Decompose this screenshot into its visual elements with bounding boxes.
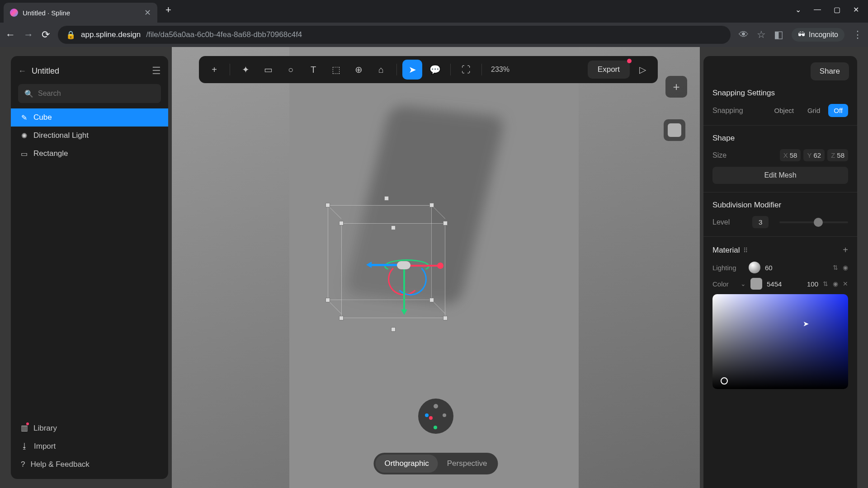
play-button[interactable]: ▷ [632,60,652,80]
level-label: Level [712,218,744,226]
forward-icon[interactable]: → [24,29,33,41]
rectangle-tool-button[interactable]: ▭ [258,60,278,80]
selected-cube[interactable] [328,201,459,332]
visibility-icon[interactable]: ◉ [833,280,838,287]
color-picker[interactable]: ➤ [712,294,848,389]
back-button[interactable]: ← [18,66,26,76]
hamburger-icon[interactable]: ☰ [152,65,161,77]
edit-mesh-button[interactable]: Edit Mesh [712,167,848,184]
snap-grid-button[interactable]: Grid [802,104,826,117]
view-mode-toggle: Orthographic Perspective [373,453,498,474]
export-button[interactable]: Export [588,61,630,79]
pen-icon: ✎ [20,113,28,122]
material-options-icon[interactable]: ⠿ [743,247,748,254]
add-panel-button[interactable]: + [665,76,687,98]
viewport-3d[interactable]: Orthographic Perspective [172,47,700,488]
layer-item-cube[interactable]: ✎ Cube [11,108,168,127]
outliner-panel: ← Untitled ☰ 🔍 ✎ Cube ✺ Directional Ligh… [11,56,168,479]
layer-item-directional-light[interactable]: ✺ Directional Light [11,127,168,145]
url-domain: app.spline.design [81,30,141,39]
material-preview-chip[interactable] [664,119,685,141]
layer-label: Rectangle [33,149,68,158]
lighting-swatch[interactable] [749,262,760,273]
transform-gizmo[interactable] [371,250,439,318]
import-icon: ⭳ [21,442,28,451]
import-button[interactable]: ⭳ Import [18,437,161,455]
address-bar[interactable]: 🔒 app.spline.design/file/da56a0aa-6c0b-4… [58,26,731,44]
chevron-down-icon[interactable]: ⌄ [741,280,746,287]
size-z-input[interactable]: Z58 [827,149,848,161]
main-toolbar: + ✦ ▭ ○ T ⬚ ⊕ ⌂ ➤ 💬 ⛶ 233% Export ▷ [199,56,658,83]
snap-object-button[interactable]: Object [769,104,799,117]
library-button[interactable]: ▥ Library [18,419,161,437]
browser-tab[interactable]: Untitled · Spline ✕ [4,3,157,23]
search-box[interactable]: 🔍 [18,84,161,103]
slider-thumb[interactable] [814,218,823,227]
layer-label: Cube [33,113,52,122]
magic-tool-button[interactable]: ✦ [236,60,255,80]
color-picker-handle[interactable] [721,377,728,385]
color-alpha[interactable]: 100 [807,280,818,288]
help-label: Help & Feedback [30,460,89,469]
star-icon[interactable]: ☆ [757,29,766,41]
size-x-input[interactable]: X58 [780,149,801,161]
material-section: Material ⠿ + Lighting 60 ⇅ ◉ Color ⌄ 545… [703,237,857,488]
close-tab-icon[interactable]: ✕ [144,8,151,18]
cursor-tool-button[interactable]: ➤ [402,60,422,80]
remove-icon[interactable]: ✕ [843,280,848,287]
back-icon[interactable]: ← [5,29,15,41]
lighting-label: Lighting [712,264,744,272]
comment-tool-button[interactable]: 💬 [425,60,445,80]
new-tab-button[interactable]: + [165,4,171,16]
light-icon: ✺ [20,131,28,140]
minimize-icon[interactable]: — [814,5,821,14]
size-z-value: 58 [837,151,844,159]
share-button[interactable]: Share [811,62,849,80]
extensions-icon[interactable]: ◧ [774,29,783,41]
frame-tool-button[interactable]: ⛶ [456,60,476,80]
incognito-badge[interactable]: 🕶 Incognito [792,28,844,42]
tag-tool-button[interactable]: ⌂ [371,60,391,80]
orientation-widget[interactable] [418,399,453,434]
reload-icon[interactable]: ⟳ [42,29,50,41]
eye-off-icon[interactable]: 👁 [739,29,749,41]
shape-section: Shape Size X58 Y62 Z58 Edit Mesh [703,126,857,192]
lighting-value[interactable]: 60 [765,264,773,272]
layer-item-rectangle[interactable]: ▭ Rectangle [11,145,168,163]
kebab-menu-icon[interactable]: ⋮ [853,29,863,41]
sphere-tool-button[interactable]: ⊕ [349,60,368,80]
link-icon[interactable]: ⇅ [823,280,828,287]
zoom-level[interactable]: 233% [491,66,509,74]
color-code[interactable]: 5454 [767,280,782,288]
layer-label: Directional Light [33,131,89,140]
orthographic-button[interactable]: Orthographic [375,455,438,473]
subdivision-section: Subdivision Modifier Level 3 [703,192,857,237]
maximize-icon[interactable]: ▢ [834,5,840,14]
color-swatch[interactable] [750,278,762,290]
perspective-button[interactable]: Perspective [438,455,496,473]
add-object-button[interactable]: + [204,60,224,80]
visibility-icon[interactable]: ◉ [843,264,848,271]
snapping-title: Snapping Settings [712,89,848,98]
rect-icon: ▭ [20,150,28,158]
snap-off-button[interactable]: Off [828,104,848,117]
cube-tool-button[interactable]: ⬚ [326,60,346,80]
level-slider[interactable] [779,218,848,227]
close-window-icon[interactable]: ✕ [853,5,859,14]
chevron-down-icon[interactable]: ⌄ [795,5,801,14]
material-title: Material [712,246,740,255]
level-value[interactable]: 3 [752,216,769,228]
text-tool-button[interactable]: T [303,60,323,80]
incognito-icon: 🕶 [798,31,805,39]
help-icon: ? [21,460,25,469]
link-icon[interactable]: ⇅ [833,264,838,271]
file-title[interactable]: Untitled [32,66,146,76]
search-input[interactable] [38,89,155,98]
snapping-label: Snapping [712,107,744,115]
ellipse-tool-button[interactable]: ○ [281,60,301,80]
edit-mesh-label: Edit Mesh [764,171,796,179]
add-material-button[interactable]: + [843,245,848,255]
help-button[interactable]: ? Help & Feedback [18,455,161,474]
size-y-input[interactable]: Y62 [803,149,825,161]
size-x-value: 58 [790,151,797,159]
